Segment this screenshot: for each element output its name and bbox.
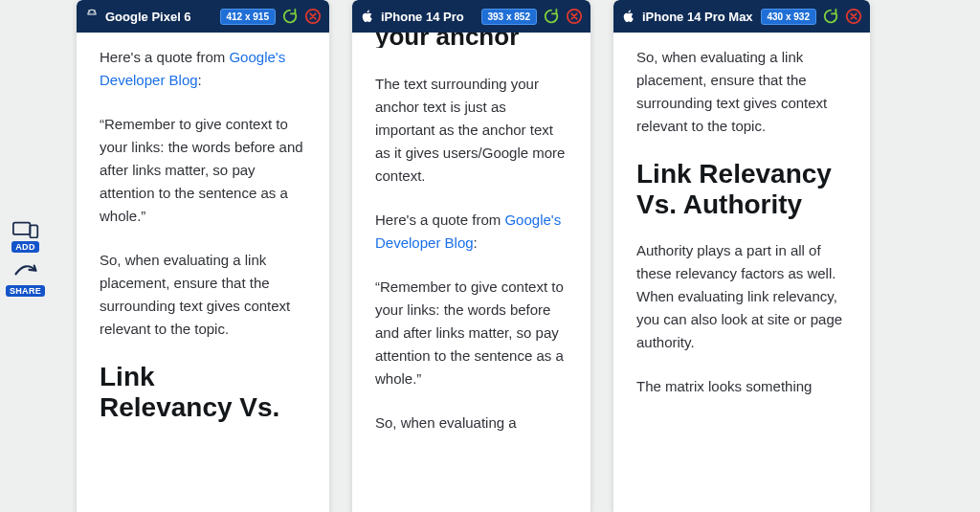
device-viewport[interactable]: So, when evaluating a link placement, en… [613,33,870,512]
apple-icon [360,9,375,24]
paragraph: So, when evaluating a link placement, en… [636,46,847,138]
close-icon[interactable] [304,8,322,25]
device-header: iPhone 14 Pro 393 x 852 [352,0,590,33]
partial-heading: your anchor text. [375,33,568,48]
svg-point-2 [89,11,90,12]
paragraph: Here's a quote from Google's Developer B… [100,46,306,92]
svg-point-3 [93,11,94,12]
paragraph: Authority plays a part in all of these r… [636,239,847,354]
dimensions-badge[interactable]: 393 x 852 [481,9,538,25]
android-icon [84,9,100,24]
device-viewport[interactable]: Here's a quote from Google's Developer B… [77,33,329,512]
device-panel-pixel6: Google Pixel 6 412 x 915 Here's a quote … [77,0,329,512]
paragraph: The text surrounding your anchor text is… [375,73,568,188]
heading-relevancy: Link Relevancy Vs. Authority [636,159,847,220]
device-panel-iphone14pro: iPhone 14 Pro 393 x 852 your anchor text… [352,0,590,512]
heading-relevancy: Link Relevancy Vs. [100,362,306,423]
paragraph: So, when evaluating a [375,412,568,434]
dimensions-badge[interactable]: 430 x 932 [761,9,817,25]
device-title: Google Pixel 6 [105,10,214,24]
refresh-icon[interactable] [822,8,839,25]
close-icon[interactable] [845,8,862,25]
paragraph: So, when evaluating a link placement, en… [100,249,306,341]
paragraph: “Remember to give context to your links:… [100,113,306,228]
paragraph: “Remember to give context to your links:… [375,276,568,390]
paragraph: Here's a quote from Google's Developer B… [375,209,568,255]
device-title: iPhone 14 Pro Max [642,10,755,24]
dimensions-badge[interactable]: 412 x 915 [220,9,277,25]
refresh-icon[interactable] [281,8,299,25]
apple-icon [621,9,636,24]
close-icon[interactable] [566,8,583,25]
device-header: Google Pixel 6 412 x 915 [77,0,329,33]
device-header: iPhone 14 Pro Max 430 x 932 [613,0,870,33]
workspace: Google Pixel 6 412 x 915 Here's a quote … [0,0,980,512]
device-viewport[interactable]: your anchor text. The text surrounding y… [352,33,590,512]
device-panel-iphone14promax: iPhone 14 Pro Max 430 x 932 So, when eva… [613,0,870,512]
refresh-icon[interactable] [543,8,560,25]
device-title: iPhone 14 Pro [381,10,476,24]
paragraph: The matrix looks something [636,375,847,398]
